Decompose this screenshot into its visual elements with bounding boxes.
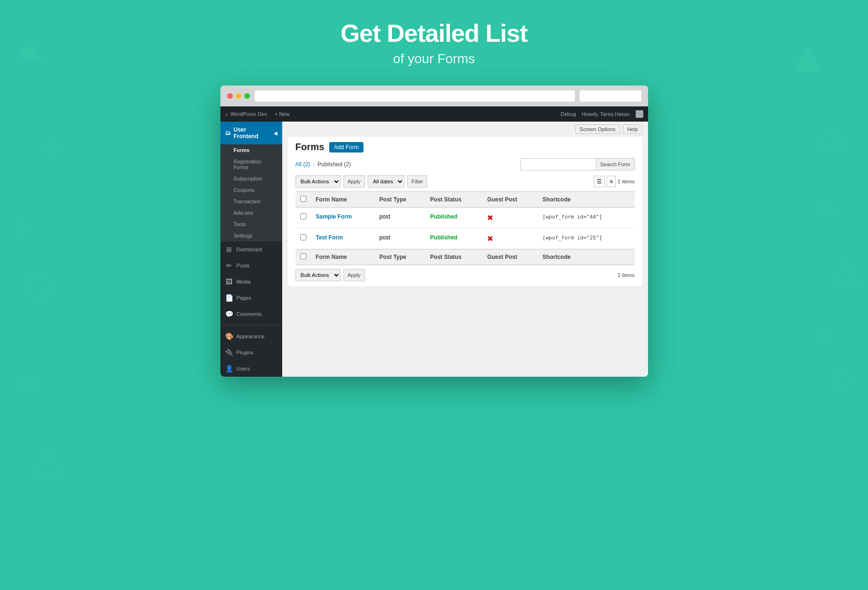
admin-bar: ⌂ WordPress Dev + New Debug Howdy, Tareq… [220, 106, 648, 122]
svg-marker-8 [33, 451, 62, 475]
maximize-dot[interactable] [244, 93, 250, 99]
bulk-actions-select-top[interactable]: Bulk Actions [296, 175, 341, 188]
users-icon: 👤 [225, 365, 233, 372]
view-toggles: ☰ ≡ 2 items [594, 176, 634, 187]
footer-post-status: Post Status [425, 249, 482, 265]
apply-button-bottom[interactable]: Apply [343, 269, 365, 281]
avatar [636, 110, 643, 118]
svg-rect-2 [46, 141, 59, 154]
filter-tab-all[interactable]: All (2) [296, 161, 310, 168]
sidebar-item-users[interactable]: 👤 Users [220, 361, 282, 377]
screen-options-button[interactable]: Screen Options [575, 124, 620, 134]
row-shortcode: [wpuf_form id="25"] [538, 228, 635, 249]
page-title-row: Forms Add Form [296, 142, 635, 152]
sidebar-subitem-forms[interactable]: Forms [220, 144, 282, 156]
filter-divider: | [313, 161, 315, 168]
dashboard-icon: ⊞ [225, 246, 233, 253]
address-bar[interactable] [255, 90, 575, 102]
svg-marker-5 [831, 261, 860, 285]
form-name-link-0[interactable]: Sample Form [316, 213, 352, 220]
select-all-checkbox[interactable] [300, 196, 306, 202]
plugins-icon: 🔌 [225, 349, 233, 356]
posts-icon: ✏ [225, 262, 233, 269]
sidebar-item-user-frontend[interactable]: 🗂 User Frontend ◀ [220, 122, 282, 144]
sidebar-arrow-icon: ◀ [274, 131, 277, 136]
sidebar-subitem-transaction[interactable]: Transaction [220, 196, 282, 207]
svg-point-3 [822, 133, 841, 152]
sidebar-item-dashboard[interactable]: ⊞ Dashboard [220, 241, 282, 257]
main-content: Screen Options Help Forms Add Form All (… [282, 122, 648, 377]
browser-chrome [220, 86, 648, 106]
pages-icon: 📄 [225, 294, 233, 302]
row-form-name: Test Form [311, 228, 375, 249]
row-form-name: Sample Form [311, 208, 375, 228]
excerpt-view-button[interactable]: ≡ [607, 176, 616, 187]
header-guest-post: Guest Post [482, 192, 537, 208]
header-post-type: Post Type [375, 192, 426, 208]
sidebar-subitem-coupons[interactable]: Coupons [220, 184, 282, 196]
footer-guest-post: Guest Post [482, 249, 537, 265]
guest-post-icon: ✖ [487, 214, 493, 222]
sidebar-subitem-tools[interactable]: Tools [220, 219, 282, 230]
content-area: Forms Add Form All (2) | Published (2) [288, 137, 642, 286]
svg-marker-0 [14, 38, 43, 62]
filter-button[interactable]: Filter [407, 175, 427, 188]
form-name-link-1[interactable]: Test Form [316, 234, 343, 241]
add-form-button[interactable]: Add Form [329, 142, 364, 152]
hero-subtitle: of your Forms [341, 51, 527, 67]
sidebar-item-plugins[interactable]: 🔌 Plugins [220, 344, 282, 361]
footer-form-name: Form Name [311, 249, 375, 265]
sidebar-subitem-subscription[interactable]: Subscription [220, 173, 282, 184]
forms-table: Form Name Post Type Post Status Guest Po… [296, 191, 635, 265]
list-view-button[interactable]: ☰ [594, 176, 605, 187]
sidebar-item-appearance[interactable]: 🎨 Appearance [220, 328, 282, 344]
admin-new-link[interactable]: + New [275, 111, 290, 117]
status-badge: Published [430, 234, 457, 241]
row-checkbox-cell [296, 208, 311, 228]
browser-dots [227, 93, 250, 99]
sidebar-subitem-settings[interactable]: Settings [220, 230, 282, 241]
svg-marker-9 [817, 200, 836, 214]
sidebar-item-pages[interactable]: 📄 Pages [220, 290, 282, 306]
search-input[interactable] [520, 158, 596, 171]
filter-tabs: All (2) | Published (2) Search Form [296, 158, 635, 171]
apply-button-top[interactable]: Apply [343, 175, 365, 188]
svg-point-7 [832, 371, 849, 389]
browser-search-box[interactable] [580, 90, 641, 102]
howdy-label[interactable]: Howdy, Tareq Hasan [582, 111, 630, 117]
table-footer-header-row: Form Name Post Type Post Status Guest Po… [296, 249, 635, 265]
close-dot[interactable] [227, 93, 233, 99]
row-checkbox-0[interactable] [300, 213, 306, 219]
sidebar-item-media[interactable]: 🖼 Media [220, 274, 282, 290]
admin-bar-left: ⌂ WordPress Dev + New [225, 111, 290, 117]
shortcode-value: [wpuf_form id="44"] [543, 214, 602, 220]
row-checkbox-cell [296, 228, 311, 249]
row-post-type: post [375, 208, 426, 228]
status-badge: Published [430, 213, 457, 220]
sidebar: 🗂 User Frontend ◀ Forms Registration For… [220, 122, 282, 377]
sidebar-item-posts[interactable]: ✏ Posts [220, 257, 282, 274]
row-checkbox-1[interactable] [300, 234, 306, 240]
items-count-bottom: 2 items [618, 272, 634, 278]
search-form-button[interactable]: Search Form [596, 158, 635, 171]
footer-shortcode: Shortcode [538, 249, 635, 265]
debug-link[interactable]: Debug [561, 111, 576, 117]
svg-rect-6 [24, 380, 34, 390]
minimize-dot[interactable] [236, 93, 241, 99]
select-all-checkbox-footer[interactable] [300, 253, 306, 259]
sidebar-subitem-registration-forms[interactable]: Registration Forms [220, 156, 282, 173]
screen-options-bar: Screen Options Help [282, 122, 648, 137]
wp-icon: ⌂ [225, 111, 229, 117]
dates-select[interactable]: All dates [368, 175, 404, 188]
help-button[interactable]: Help [623, 124, 642, 134]
row-post-type: post [375, 228, 426, 249]
header-post-status: Post Status [425, 192, 482, 208]
table-row: Test Form post Published ✖ [wpuf_form id… [296, 228, 635, 249]
sidebar-subitem-addons[interactable]: Add-ons [220, 207, 282, 219]
admin-site-name[interactable]: ⌂ WordPress Dev [225, 111, 267, 117]
svg-rect-10 [815, 331, 827, 343]
table-row: Sample Form post Published ✖ [wpuf_form … [296, 208, 635, 228]
bulk-actions-select-bottom[interactable]: Bulk Actions [296, 269, 341, 281]
filter-tab-published[interactable]: Published (2) [317, 161, 351, 168]
sidebar-item-comments[interactable]: 💬 Comments [220, 306, 282, 322]
